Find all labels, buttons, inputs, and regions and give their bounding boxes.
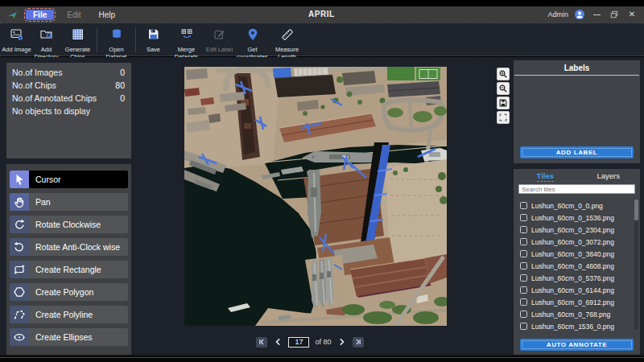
polyline-icon [10, 306, 29, 323]
ruler-icon [280, 27, 295, 45]
map-pin-icon [246, 27, 260, 45]
stat-row: No.of Annotated Chips0 [6, 92, 131, 105]
open-dataset-icon [109, 27, 124, 45]
page-number-input[interactable] [288, 337, 309, 348]
toolbar-separator [97, 28, 97, 52]
merge-datasets-icon [180, 27, 194, 45]
tile-checkbox[interactable] [520, 298, 527, 306]
stat-row: No objects to display [6, 105, 131, 117]
toolbar: Add Image Add Directory Generate Chips O… [0, 23, 644, 56]
add-image-icon [10, 27, 24, 45]
tile-checkbox[interactable] [520, 226, 527, 233]
tool-pan[interactable]: Pan [10, 193, 128, 211]
canvas-controls [497, 68, 510, 124]
add-directory-icon [39, 27, 54, 45]
tile-checkbox[interactable] [520, 250, 527, 257]
tile-list-item[interactable]: Lushun_60cm_0_6144.png [514, 284, 640, 296]
menu-help[interactable]: Help [93, 10, 120, 20]
polygon-icon [10, 283, 29, 301]
edit-label-button[interactable]: Edit Label [204, 26, 234, 53]
save-icon [147, 27, 161, 45]
tile-list-item[interactable]: Lushun_60cm_0_3072.png [514, 236, 640, 248]
tile-checkbox[interactable] [520, 262, 527, 269]
page-total-label: of 80 [315, 338, 331, 346]
tab-tiles[interactable]: Tiles [514, 171, 577, 180]
cursor-icon [10, 171, 29, 188]
tile-list-item[interactable]: Lushun_60cm_0_2304.png [514, 224, 640, 236]
tile-list-item[interactable]: Lushun_60cm_1536_0.png [514, 320, 640, 332]
rotate-ccw-icon [10, 238, 29, 256]
tile-list-item[interactable]: Lushun_60cm_0_0.png [514, 200, 640, 212]
menu-file[interactable]: File [26, 10, 54, 20]
search-tiles-input[interactable] [518, 184, 635, 194]
rectangle-icon [10, 261, 29, 278]
tiles-panel: Tiles Layers Lushun_60cm_0_0.png Lushun_… [514, 169, 640, 356]
bottom-edge [0, 355, 644, 362]
fit-to-screen-button[interactable] [497, 111, 510, 124]
tile-checkbox[interactable] [520, 323, 527, 330]
first-page-button[interactable] [256, 337, 267, 348]
tile-list-item[interactable]: Lushun_60cm_0_1536.png [514, 212, 640, 224]
zoom-out-button[interactable] [497, 82, 510, 95]
tile-checkbox[interactable] [520, 238, 527, 245]
app-window: File Edit Help APRIL Admin ✕ Add Image A… [0, 0, 644, 362]
tile-list-item[interactable]: Lushun_60cm_0_3840.png [514, 248, 640, 260]
tabs-bar: Tiles Layers [514, 169, 640, 183]
window-title: APRIL [308, 10, 335, 19]
tool-create-polygon[interactable]: Create Polygon [10, 283, 128, 301]
stat-row: No.of Images0 [6, 66, 131, 79]
tile-checkbox[interactable] [520, 311, 527, 318]
tile-list-item[interactable]: Lushun_60cm_0_6912.png [514, 296, 640, 308]
minimize-button[interactable] [591, 9, 602, 20]
menu-edit[interactable]: Edit [62, 10, 85, 20]
previous-page-button[interactable] [273, 337, 283, 348]
tool-rotate-clockwise[interactable]: Rotate Clockwise [10, 216, 128, 233]
generate-chips-button[interactable]: Generate Chips [61, 26, 94, 60]
tool-create-rectangle[interactable]: Create Rectangle [10, 261, 128, 278]
hand-icon [10, 193, 29, 211]
scrollbar-thumb[interactable] [634, 200, 638, 220]
tab-layers[interactable]: Layers [577, 171, 641, 180]
merge-datasets-button[interactable]: Merge Datasets [168, 26, 204, 60]
stats-panel: No.of Images0 No.of Chips80 No.of Annota… [6, 63, 131, 158]
satellite-image[interactable] [184, 67, 447, 326]
stat-row: No.of Chips80 [6, 79, 131, 92]
add-image-button[interactable]: Add Image [2, 26, 31, 53]
tool-create-ellipses[interactable]: Create Ellipses [10, 328, 128, 346]
close-button[interactable]: ✕ [626, 9, 638, 20]
rotate-cw-icon [10, 216, 29, 233]
user-name: Admin [547, 10, 568, 19]
tool-create-polyline[interactable]: Create Polyline [10, 306, 128, 323]
toolbar-separator [135, 28, 136, 52]
get-coordinates-button[interactable]: Get coordinates [234, 26, 270, 60]
tile-list-item[interactable]: Lushun_60cm_0_768.png [514, 308, 640, 320]
zoom-in-button[interactable] [497, 68, 510, 80]
generate-chips-icon [71, 27, 85, 45]
add-directory-button[interactable]: Add Directory [31, 26, 61, 60]
auto-annotate-button[interactable]: AUTO ANNOTATE [520, 339, 634, 351]
next-page-button[interactable] [337, 337, 347, 348]
open-dataset-button[interactable]: Open Dataset [100, 26, 133, 60]
tile-checkbox[interactable] [520, 202, 527, 209]
scrollbar[interactable] [634, 200, 638, 330]
save-view-button[interactable] [497, 97, 510, 109]
ellipse-icon [10, 328, 29, 346]
last-page-button[interactable] [353, 337, 364, 348]
tool-cursor[interactable]: Cursor [10, 171, 128, 188]
tile-checkbox[interactable] [520, 274, 527, 282]
app-logo-icon [7, 10, 18, 20]
save-button[interactable]: Save [138, 26, 168, 53]
tile-list-item[interactable]: Lushun_60cm_0_4608.png [514, 260, 640, 272]
pagination: of 80 [179, 335, 441, 348]
maximize-button[interactable] [609, 9, 620, 20]
tile-checkbox[interactable] [520, 286, 527, 294]
tile-checkbox[interactable] [520, 214, 527, 221]
titlebar: File Edit Help APRIL Admin ✕ [0, 6, 644, 23]
tool-rotate-anticlockwise[interactable]: Rotate Anti-Clock wise [10, 238, 128, 256]
add-label-button[interactable]: ADD LABEL [520, 146, 634, 158]
measure-length-button[interactable]: Measure Length [270, 26, 303, 60]
tile-file-list: Lushun_60cm_0_0.png Lushun_60cm_0_1536.p… [514, 197, 640, 332]
labels-panel-title: Labels [514, 60, 639, 76]
user-avatar[interactable] [575, 10, 584, 19]
tile-list-item[interactable]: Lushun_60cm_0_5376.png [514, 272, 640, 284]
